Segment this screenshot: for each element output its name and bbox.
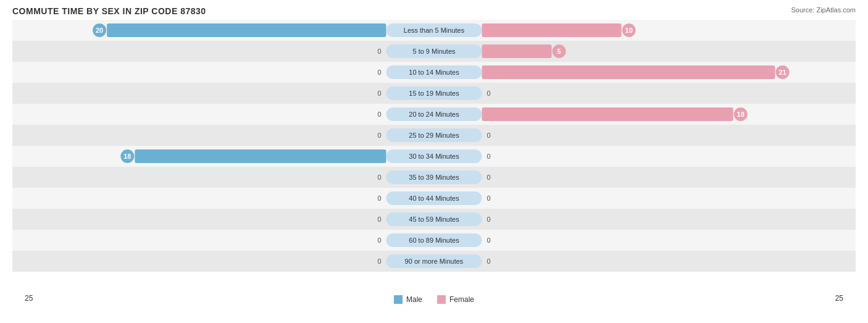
row-label-0: Less than 5 Minutes	[404, 27, 465, 34]
male-zero-1: 0	[377, 48, 381, 55]
male-bar-0	[107, 23, 386, 37]
axis-left-label: 25	[25, 294, 33, 303]
female-value-0: 10	[625, 27, 633, 34]
legend-male: Male	[394, 295, 422, 304]
male-zero-4: 0	[377, 111, 381, 118]
row-label-6: 30 to 34 Minutes	[409, 153, 459, 160]
male-bar-6	[135, 149, 386, 163]
female-value-2: 21	[778, 69, 786, 76]
legend-male-label: Male	[406, 295, 422, 304]
axis-bottom: 25 Male Female 25	[12, 292, 856, 305]
female-zero-9: 0	[487, 216, 491, 223]
female-zero-8: 0	[487, 195, 491, 202]
chart-container: COMMUTE TIME BY SEX IN ZIP CODE 87830 So…	[0, 0, 868, 323]
legend: Male Female	[394, 295, 474, 304]
male-zero-7: 0	[377, 174, 381, 181]
row-label-4: 20 to 24 Minutes	[409, 111, 459, 118]
female-zero-5: 0	[487, 132, 491, 139]
female-bar-0	[482, 23, 622, 37]
chart-title: COMMUTE TIME BY SEX IN ZIP CODE 87830	[12, 6, 856, 16]
female-swatch	[437, 295, 446, 304]
source-label: Source: ZipAtlas.com	[791, 6, 856, 14]
axis-right-label: 25	[835, 294, 843, 303]
female-bar-2	[482, 65, 775, 79]
male-zero-3: 0	[377, 90, 381, 97]
female-zero-3: 0	[487, 90, 491, 97]
male-zero-2: 0	[377, 69, 381, 76]
row-label-2: 10 to 14 Minutes	[409, 69, 459, 76]
row-label-5: 25 to 29 Minutes	[409, 132, 459, 139]
male-zero-11: 0	[377, 258, 381, 265]
female-bar-1	[482, 44, 552, 58]
female-bar-4	[482, 107, 733, 121]
male-value-0: 20	[96, 27, 103, 34]
row-label-7: 35 to 39 Minutes	[409, 174, 459, 181]
row-label-3: 15 to 19 Minutes	[409, 90, 459, 97]
legend-female-label: Female	[449, 295, 474, 304]
male-swatch	[394, 295, 403, 304]
chart-svg: 2010Less than 5 Minutes055 to 9 Minutes0…	[12, 20, 856, 274]
female-zero-11: 0	[487, 258, 491, 265]
male-zero-8: 0	[377, 195, 381, 202]
row-label-9: 45 to 59 Minutes	[409, 216, 459, 223]
row-label-1: 5 to 9 Minutes	[412, 48, 456, 55]
female-value-4: 18	[737, 111, 745, 118]
female-zero-7: 0	[487, 174, 491, 181]
female-zero-6: 0	[487, 153, 491, 160]
row-label-11: 90 or more Minutes	[405, 258, 464, 265]
female-zero-10: 0	[487, 237, 491, 244]
female-value-1: 5	[557, 48, 561, 55]
male-zero-10: 0	[377, 237, 381, 244]
male-value-6: 18	[123, 153, 131, 160]
row-label-10: 60 to 89 Minutes	[409, 237, 459, 244]
legend-female: Female	[437, 295, 474, 304]
male-zero-5: 0	[377, 132, 381, 139]
row-label-8: 40 to 44 Minutes	[409, 195, 459, 202]
male-zero-9: 0	[377, 216, 381, 223]
